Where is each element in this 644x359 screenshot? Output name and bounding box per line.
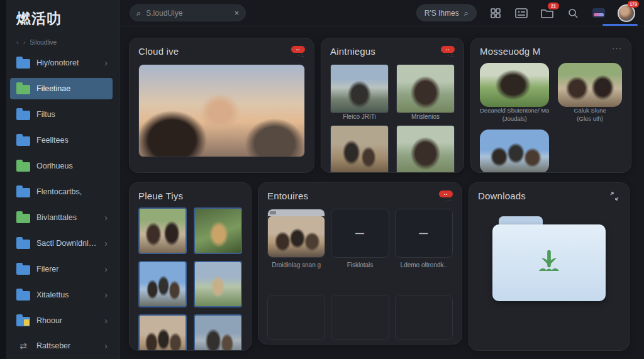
file-item[interactable]: — Ldemo oltrondk.. bbox=[395, 209, 453, 268]
file-label: Fisklotais bbox=[331, 262, 389, 268]
folder-icon bbox=[16, 136, 30, 146]
card-cloudive: Cloud ive •• ·∴ bbox=[129, 38, 314, 173]
sidebar-item-rhoour[interactable]: Rhoour › bbox=[10, 310, 113, 331]
photo-item[interactable]: Fleico JRITi bbox=[330, 64, 389, 120]
breadcrumb: ‹ › Siloudlive bbox=[16, 38, 114, 46]
card-header: Mosseuodg M ··· bbox=[480, 46, 622, 57]
folder-icon bbox=[541, 8, 553, 18]
search-icon: ⌕ bbox=[136, 9, 141, 17]
topbar: ⌕ × R'S Ihmes ⌕ bbox=[119, 0, 644, 26]
photo-item[interactable]: Mrislenios bbox=[396, 64, 455, 120]
scatter-arrows-icon bbox=[609, 191, 619, 201]
sidebar-item-bivlanttales[interactable]: Bivlanttales › bbox=[10, 207, 113, 228]
photo-thumbnail[interactable] bbox=[330, 64, 389, 113]
photo-thumbnail[interactable] bbox=[396, 64, 455, 113]
card-actions[interactable]: •• ·∴ bbox=[441, 46, 455, 58]
chevron-right-icon: › bbox=[104, 316, 108, 325]
card-header: Aintniegus •• ·∴ bbox=[330, 46, 455, 58]
sidebar: 燃活叻 ‹ › Siloudlive Hiy/onotoret › Fileet… bbox=[6, 0, 119, 359]
empty-file-tile[interactable] bbox=[267, 295, 325, 340]
card-mosseuodg: Mosseuodg M ··· Deeaneld Sbutentone/ Ma … bbox=[470, 38, 631, 173]
search-button[interactable] bbox=[566, 6, 580, 20]
forward-icon[interactable]: › bbox=[23, 38, 26, 46]
card-header: Entouires •• ·∴ bbox=[267, 191, 453, 202]
download-sprout-icon bbox=[533, 246, 565, 279]
photo-thumbnail[interactable] bbox=[480, 130, 549, 173]
card-title: Entouires bbox=[267, 191, 308, 201]
file-item[interactable]: Droidinlag snan g bbox=[267, 209, 325, 268]
more-menu-icon[interactable]: ··· bbox=[612, 46, 622, 51]
notification-badge: •• bbox=[441, 46, 455, 53]
empty-file-tile[interactable] bbox=[331, 295, 389, 340]
scatter-dots-icon: ·∴ bbox=[445, 199, 453, 202]
sidebar-item-sactl-downldnlus[interactable]: Sactl Downldnlus, › bbox=[10, 233, 113, 254]
photo-item[interactable] bbox=[330, 125, 389, 173]
empty-file-tile[interactable] bbox=[395, 295, 453, 340]
photo-thumbnail[interactable] bbox=[194, 261, 242, 307]
sidebar-item-feelitees[interactable]: Feelitees bbox=[10, 130, 113, 151]
card-actions[interactable]: •• ·∴ bbox=[291, 46, 305, 58]
shared-folder-button[interactable]: 21 bbox=[540, 6, 554, 20]
photo-thumbnail[interactable] bbox=[330, 125, 389, 173]
photo-thumbnail[interactable] bbox=[138, 207, 187, 254]
wallet-icon bbox=[592, 8, 605, 18]
file-tile[interactable]: — bbox=[395, 209, 453, 258]
card-title: Aintniegus bbox=[330, 46, 375, 57]
cards-row-1: Cloud ive •• ·∴ Aintniegus •• ·∴ bbox=[129, 38, 631, 173]
app-logo: 燃活叻 bbox=[16, 9, 114, 28]
filter-button[interactable]: R'S Ihmes ⌕ bbox=[416, 4, 477, 21]
sidebar-item-filerer[interactable]: Filerer › bbox=[10, 258, 113, 280]
photo-item[interactable] bbox=[396, 125, 455, 173]
folder-icon bbox=[16, 214, 30, 223]
file-item[interactable]: — Fisklotais bbox=[331, 209, 389, 268]
search-input[interactable] bbox=[146, 9, 229, 18]
card-downloads: Downloads bbox=[469, 182, 630, 351]
sidebar-item-hiyonotoret[interactable]: Hiy/onotoret › bbox=[10, 52, 113, 74]
photo-thumbnail[interactable] bbox=[138, 314, 187, 351]
downloads-folder[interactable] bbox=[492, 224, 606, 301]
sidebar-item-rattseber[interactable]: ⇄ Rattseber › bbox=[10, 336, 113, 356]
photo-thumbnail[interactable] bbox=[194, 207, 242, 254]
grid-view-button[interactable] bbox=[489, 6, 502, 20]
notification-badge: •• bbox=[291, 46, 305, 53]
sidebar-item-flentocartbs[interactable]: Flentocartbs, bbox=[10, 181, 113, 202]
sidebar-nav: Hiy/onotoret › Fileetinae Filtus Feelite… bbox=[9, 52, 114, 356]
main-area: ⌕ × R'S Ihmes ⌕ bbox=[119, 0, 644, 359]
card-actions[interactable]: •• ·∴ bbox=[439, 191, 453, 202]
photo-thumbnail[interactable] bbox=[480, 63, 549, 107]
photo-thumbnail[interactable] bbox=[396, 125, 455, 173]
back-icon[interactable]: ‹ bbox=[16, 38, 19, 46]
card-view-button[interactable] bbox=[514, 6, 528, 20]
scatter-dots-icon: ·∴ bbox=[297, 54, 305, 58]
file-tile[interactable] bbox=[267, 209, 325, 258]
folder-icon bbox=[16, 111, 30, 120]
file-tile[interactable]: — bbox=[331, 209, 389, 258]
grid-icon bbox=[490, 8, 501, 19]
photo-thumbnail[interactable] bbox=[194, 314, 242, 351]
photo-item[interactable] bbox=[480, 130, 549, 173]
card-header: Downloads bbox=[478, 191, 620, 202]
photo-item[interactable]: Deeaneld Sbutentone/ Ma (Joudals) bbox=[480, 63, 549, 123]
card-title: Downloads bbox=[478, 191, 526, 201]
card-title: Mosseuodg M bbox=[480, 46, 540, 57]
sidebar-item-filtus[interactable]: Filtus bbox=[10, 104, 113, 125]
thumbnail-grid: Fleico JRITi Mrislenios bbox=[330, 64, 455, 173]
photo-item[interactable]: Caluk Slune (Gles uth) bbox=[558, 63, 622, 123]
sidebar-item-xitalettus[interactable]: Xitalettus › bbox=[10, 284, 113, 306]
folder-icon bbox=[16, 240, 30, 249]
search-icon: ⌕ bbox=[464, 9, 469, 17]
photo-thumbnail[interactable] bbox=[138, 64, 305, 157]
cards-row-2: Pleue Tiys Entouires bbox=[129, 182, 631, 351]
folder-icon bbox=[16, 291, 30, 301]
search-bar[interactable]: ⌕ × bbox=[130, 4, 246, 21]
sidebar-item-oorlhueus[interactable]: Oorlhueus bbox=[10, 155, 113, 177]
notification-badge: 173 bbox=[628, 1, 639, 8]
wallet-button[interactable] bbox=[592, 6, 606, 20]
photo-thumbnail[interactable] bbox=[138, 261, 187, 307]
sidebar-item-fileetinae[interactable]: Fileetinae bbox=[10, 78, 113, 99]
expand-button[interactable] bbox=[609, 191, 620, 202]
profile-menu[interactable]: 173 bbox=[618, 4, 635, 22]
left-rail bbox=[0, 0, 6, 359]
close-icon[interactable]: × bbox=[234, 9, 239, 17]
photo-thumbnail[interactable] bbox=[558, 63, 622, 107]
